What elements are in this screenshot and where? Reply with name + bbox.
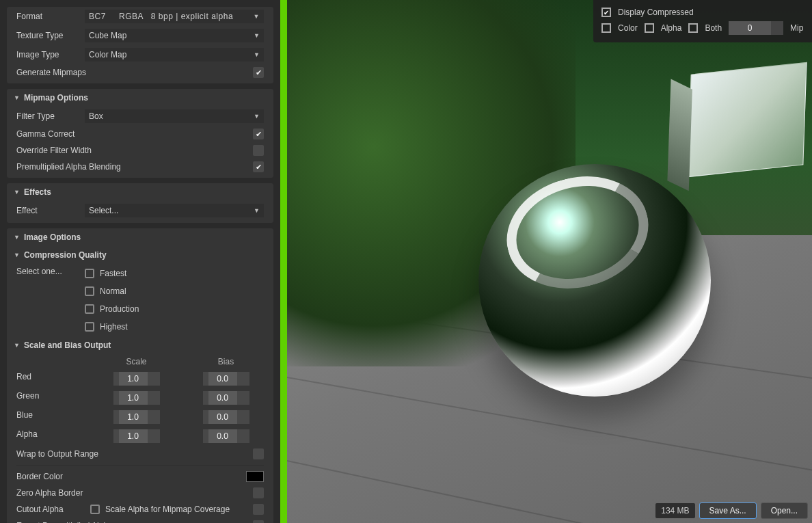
checkbox-icon: [85, 322, 94, 332]
option-label: Fastest: [100, 269, 126, 278]
splitter-handle[interactable]: [280, 0, 287, 523]
section-title-mipmap: Mipmap Options: [24, 93, 88, 103]
scale-bias-row-red: Red1.00.0: [7, 369, 273, 388]
input-scale-alpha[interactable]: 1.0: [113, 429, 160, 443]
checkbox-both[interactable]: [688, 23, 698, 33]
app-root: Format BC7 RGBA 8 bpp | explicit alpha ▼…: [0, 0, 812, 523]
option-label: Production: [100, 304, 139, 314]
checkbox-override-fw[interactable]: [253, 145, 264, 156]
input-scale-blue[interactable]: 1.0: [113, 410, 160, 424]
label-premult: Premultiplied Alpha Blending: [16, 162, 253, 172]
checkbox-icon: [85, 286, 94, 296]
properties-panel: Format BC7 RGBA 8 bpp | explicit alpha ▼…: [0, 0, 280, 523]
preview-overlay-panel: Display Compressed Color Alpha Both 0 Mi…: [593, 0, 812, 42]
input-bias-blue[interactable]: 0.0: [203, 410, 249, 424]
section-compression[interactable]: ▼ Compression Quality: [7, 246, 273, 264]
select-texture-type-value: Cube Map: [89, 31, 126, 40]
preview-scene: [287, 0, 812, 523]
label-gamma-correct: Gamma Correct: [16, 129, 253, 139]
channel-label: Red: [16, 372, 85, 386]
section-title-scale-bias: Scale and Bias Output: [24, 340, 111, 350]
chevron-down-icon: ▼: [14, 252, 20, 258]
select-effect-value: Select...: [89, 206, 118, 215]
input-bias-alpha[interactable]: 0.0: [203, 429, 249, 443]
checkbox-zero-alpha[interactable]: [253, 487, 264, 498]
label-effect: Effect: [16, 206, 85, 215]
checkbox-cutout-alpha[interactable]: [90, 505, 100, 514]
section-effects[interactable]: ▼ Effects: [7, 183, 273, 201]
option-label: Highest: [100, 322, 128, 332]
separator: [16, 465, 264, 466]
card-effects: ▼ Effects Effect Select... ▼: [7, 183, 273, 223]
label-display-compressed: Display Compressed: [618, 8, 694, 17]
card-mipmap-options: ▼ Mipmap Options Filter Type Box ▼ Gamma…: [7, 89, 273, 178]
header-bias: Bias: [188, 357, 264, 366]
save-as-button[interactable]: Save As...: [699, 502, 757, 519]
section-mipmap-options[interactable]: ▼ Mipmap Options: [7, 89, 273, 107]
section-title-compression: Compression Quality: [24, 250, 107, 260]
label-generate-mipmaps: Generate Mipmaps: [16, 68, 253, 77]
label-wrap: Wrap to Output Range: [16, 449, 253, 459]
scale-bias-row-blue: Blue1.00.0: [7, 407, 273, 427]
checkbox-icon: [85, 269, 94, 278]
input-bias-green[interactable]: 0.0: [203, 391, 249, 405]
section-image-options[interactable]: ▼ Image Options: [7, 228, 273, 246]
input-mip[interactable]: 0: [729, 21, 783, 35]
checkbox-scale-alpha-mip[interactable]: [253, 504, 264, 515]
checkbox-icon: [85, 304, 94, 314]
grid-scale-bias: Scale Bias: [7, 354, 273, 369]
compression-option-production[interactable]: Production: [85, 302, 139, 316]
input-bias-red[interactable]: 0.0: [203, 372, 249, 386]
chevron-down-icon: ▼: [14, 342, 20, 349]
channel-label: Alpha: [16, 429, 85, 443]
label-cutout-alpha: Cutout Alpha: [16, 505, 85, 514]
select-effect[interactable]: Select... ▼: [85, 204, 264, 217]
section-scale-bias[interactable]: ▼ Scale and Bias Output: [7, 336, 273, 354]
checkbox-color[interactable]: [601, 23, 611, 33]
compression-option-highest[interactable]: Highest: [85, 320, 128, 334]
header-scale: Scale: [98, 357, 174, 366]
checkbox-premult[interactable]: [253, 161, 264, 172]
checkbox-gamma-correct[interactable]: [253, 129, 264, 139]
input-scale-red[interactable]: 1.0: [113, 372, 160, 386]
open-button[interactable]: Open...: [761, 502, 808, 519]
select-texture-type[interactable]: Cube Map ▼: [85, 29, 264, 42]
row-generate-mipmaps: Generate Mipmaps: [7, 64, 273, 81]
checkbox-wrap[interactable]: [253, 448, 264, 459]
select-filter-type-value: Box: [89, 111, 103, 121]
option-label: Normal: [100, 286, 126, 296]
label-image-type: Image Type: [16, 50, 85, 59]
scale-bias-row-alpha: Alpha1.00.0: [7, 427, 273, 446]
chevron-down-icon: ▼: [14, 189, 20, 196]
swatch-border-color[interactable]: [246, 471, 264, 482]
select-filter-type[interactable]: Box ▼: [85, 109, 264, 123]
input-scale-green[interactable]: 1.0: [113, 391, 160, 405]
row-image-type: Image Type Color Map ▼: [7, 45, 273, 64]
compression-option-fastest[interactable]: Fastest: [85, 267, 126, 280]
checkbox-display-compressed[interactable]: [601, 8, 611, 17]
row-compression-options: Select one... FastestNormalProductionHig…: [7, 264, 273, 336]
row-format: Format BC7 RGBA 8 bpp | explicit alpha ▼: [7, 7, 273, 26]
chevron-down-icon: ▼: [254, 113, 260, 120]
preview-cube: [687, 62, 807, 178]
preview-viewport[interactable]: Display Compressed Color Alpha Both 0 Mi…: [287, 0, 812, 523]
preview-sphere: [478, 164, 711, 397]
channel-label: Green: [16, 391, 85, 405]
row-gamma-correct: Gamma Correct: [7, 126, 273, 142]
checkbox-export-premult[interactable]: [253, 520, 264, 523]
checkbox-generate-mipmaps[interactable]: [253, 67, 264, 78]
compression-option-normal[interactable]: Normal: [85, 284, 126, 298]
label-alpha: Alpha: [661, 23, 682, 33]
select-format[interactable]: BC7 RGBA 8 bpp | explicit alpha ▼: [85, 10, 264, 23]
row-effect: Effect Select... ▼: [7, 201, 273, 220]
chevron-down-icon: ▼: [254, 51, 260, 58]
channel-label: Blue: [16, 410, 85, 424]
select-image-type[interactable]: Color Map ▼: [85, 48, 264, 62]
checkbox-alpha[interactable]: [645, 23, 654, 33]
row-export-premult: Export Premultiplied Alpha: [7, 518, 273, 523]
row-premult-alpha: Premultiplied Alpha Blending: [7, 159, 273, 175]
chevron-down-icon: ▼: [254, 207, 260, 214]
row-border-color: Border Color: [7, 468, 273, 485]
label-filter-type: Filter Type: [16, 111, 85, 121]
row-zero-alpha-border: Zero Alpha Border: [7, 485, 273, 501]
